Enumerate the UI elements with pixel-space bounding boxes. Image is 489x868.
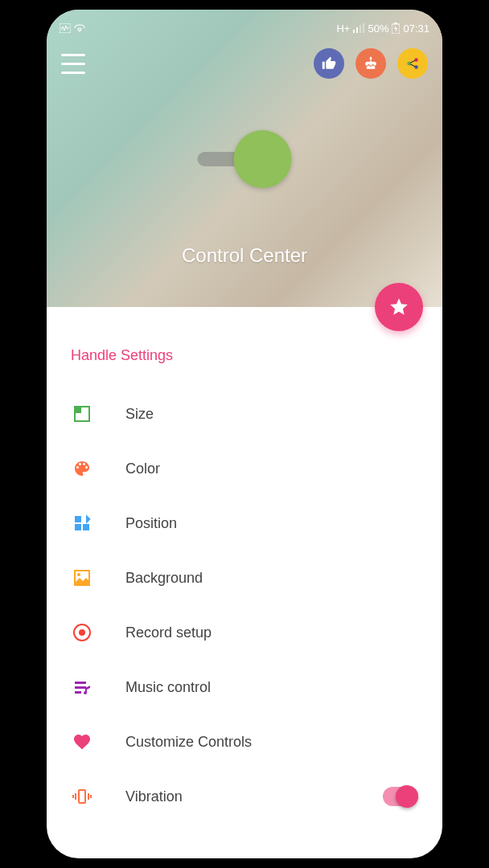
header-toolbar <box>47 48 442 79</box>
setting-label: Size <box>125 406 418 423</box>
svg-point-8 <box>414 58 418 62</box>
image-icon <box>71 567 93 589</box>
header-actions <box>314 48 428 79</box>
status-left-icons <box>60 23 85 33</box>
header-area: Control Center <box>47 10 442 307</box>
svg-line-11 <box>410 64 415 67</box>
setting-row-customize[interactable]: Customize Controls <box>66 714 423 769</box>
status-right: H+ 50% 07:31 <box>336 23 429 35</box>
size-icon <box>71 403 93 425</box>
svg-rect-2 <box>356 27 358 33</box>
vibration-toggle[interactable] <box>383 787 418 806</box>
gift-button[interactable] <box>355 48 386 79</box>
like-button[interactable] <box>314 48 344 79</box>
setting-label: Position <box>125 515 418 532</box>
position-icon <box>71 512 93 534</box>
svg-rect-4 <box>363 23 364 33</box>
toggle-knob <box>234 130 292 188</box>
svg-rect-1 <box>353 30 355 33</box>
share-icon <box>405 56 420 71</box>
music-icon <box>71 676 93 698</box>
main-toggle[interactable] <box>198 130 292 188</box>
palette-icon <box>71 457 93 480</box>
setting-label: Customize Controls <box>125 734 418 751</box>
setting-label: Vibration <box>125 788 383 805</box>
svg-rect-14 <box>75 516 81 522</box>
setting-label: Record setup <box>125 624 418 641</box>
thumb-up-icon <box>322 56 336 71</box>
setting-row-color[interactable]: Color <box>66 441 423 496</box>
cake-icon <box>364 56 378 71</box>
share-button[interactable] <box>397 48 428 79</box>
signal-icon <box>353 23 364 33</box>
section-title: Handle Settings <box>66 347 423 364</box>
phone-frame: H+ 50% 07:31 <box>37 0 452 868</box>
battery-icon <box>392 23 400 34</box>
wifi-icon <box>74 23 85 33</box>
battery-percent: 50% <box>368 23 388 35</box>
svg-rect-21 <box>75 682 86 684</box>
svg-point-9 <box>414 65 418 69</box>
favorite-fab[interactable] <box>375 283 423 331</box>
svg-rect-22 <box>75 686 86 689</box>
setting-row-size[interactable]: Size <box>66 387 423 441</box>
activity-icon <box>60 23 71 33</box>
status-bar: H+ 50% 07:31 <box>47 16 442 40</box>
svg-point-7 <box>407 62 411 66</box>
setting-row-music[interactable]: Music control <box>66 660 423 714</box>
setting-row-position[interactable]: Position <box>66 496 423 551</box>
svg-line-10 <box>410 60 415 63</box>
setting-row-record[interactable]: Record setup <box>66 605 423 660</box>
star-icon <box>388 297 409 317</box>
svg-point-20 <box>79 629 85 636</box>
setting-row-vibration[interactable]: Vibration <box>66 769 423 824</box>
svg-rect-23 <box>75 691 81 694</box>
heart-icon <box>71 731 93 753</box>
settings-content: Handle Settings Size Color Position <box>47 307 442 824</box>
vibration-icon <box>71 785 93 808</box>
setting-row-background[interactable]: Background <box>66 551 423 605</box>
screen: H+ 50% 07:31 <box>47 10 442 858</box>
setting-label: Color <box>125 461 418 477</box>
setting-label: Background <box>125 570 418 587</box>
svg-rect-3 <box>360 25 361 33</box>
svg-point-18 <box>77 573 80 576</box>
svg-rect-13 <box>75 407 81 413</box>
setting-label: Music control <box>125 679 418 696</box>
svg-rect-16 <box>83 524 89 530</box>
svg-rect-15 <box>75 524 81 530</box>
menu-button[interactable] <box>61 54 85 74</box>
record-icon <box>71 621 93 644</box>
page-title: Control Center <box>47 244 442 267</box>
network-type: H+ <box>336 23 350 35</box>
clock: 07:31 <box>403 23 429 35</box>
svg-rect-24 <box>79 790 85 803</box>
